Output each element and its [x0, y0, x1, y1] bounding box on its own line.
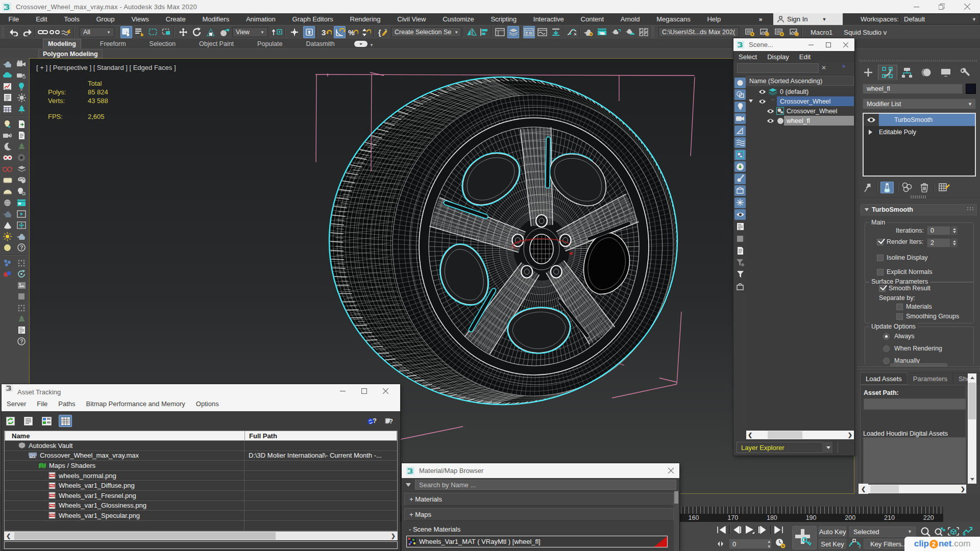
tab-motion[interactable]: [917, 65, 936, 80]
zoom-extents-icon[interactable]: [947, 527, 960, 538]
left-toolbar-chart-icon[interactable]: [2, 81, 13, 91]
h-scroll-thumb[interactable]: [870, 485, 899, 493]
align-icon[interactable]: [478, 26, 490, 38]
open-layer-explorer-icon[interactable]: [536, 26, 548, 38]
left-toolbar-redblue-icon[interactable]: [2, 269, 13, 279]
select-and-move-icon[interactable]: [177, 26, 189, 38]
auto-key-button[interactable]: Auto Key: [819, 527, 846, 537]
close-button[interactable]: [663, 465, 678, 476]
menu-bitmap-performance[interactable]: Bitmap Performance and Memory: [86, 400, 185, 408]
left-toolbar-dome-icon[interactable]: [2, 186, 13, 196]
remove-modifier-icon[interactable]: [920, 182, 929, 192]
unlink-selection-icon[interactable]: [48, 26, 60, 38]
layers-icon[interactable]: [507, 26, 519, 38]
left-toolbar-crossarr-icon[interactable]: [16, 220, 27, 230]
toolbar-grip[interactable]: [1, 27, 5, 38]
left-toolbar-sphere-icon[interactable]: [2, 197, 13, 208]
scene-explorer-overflow-chevron[interactable]: »: [842, 63, 845, 69]
percent-snap-icon[interactable]: %: [347, 26, 359, 38]
filter-waves-icon[interactable]: [734, 137, 746, 148]
modifier-eye-icon[interactable]: [864, 114, 879, 126]
filter-bulbw-icon[interactable]: [734, 102, 746, 112]
section-scene-materials[interactable]: - Scene Materials: [404, 523, 674, 535]
filter-circle-icon[interactable]: [734, 78, 746, 88]
select-and-link-icon[interactable]: [37, 26, 48, 38]
layer-explorer-dropdown-arrow[interactable]: [824, 442, 832, 453]
menu-file[interactable]: File: [0, 13, 28, 25]
menu-options[interactable]: Options: [196, 400, 219, 408]
panel-horizontal-scrollbar[interactable]: ❮ ❯: [860, 485, 966, 493]
minimize-button[interactable]: [802, 38, 820, 52]
filter-ruler-icon[interactable]: [734, 126, 746, 136]
render-production-icon[interactable]: [624, 26, 635, 38]
undo-icon[interactable]: [8, 26, 19, 38]
menu-rendering[interactable]: Rendering: [341, 13, 389, 25]
tab-display[interactable]: [936, 65, 955, 80]
explicit-normals-checkbox[interactable]: [877, 269, 884, 276]
toggle-scene-explorer-icon[interactable]: [523, 26, 535, 38]
v-scroll-thumb[interactable]: [968, 383, 976, 419]
left-toolbar-treedark-icon[interactable]: [16, 314, 27, 324]
select-and-manipulate-icon[interactable]: [303, 26, 315, 38]
asset-row-1[interactable]: MAXCrossover_Wheel_max_vray.maxD:\3D Mol…: [5, 451, 397, 461]
left-toolbar-pagearr-icon[interactable]: [16, 119, 27, 129]
material-wheels-var1-mat[interactable]: Wheels_Var1_MAT ( VRayMtl ) [wheel_fl]: [406, 536, 668, 547]
asset-row-7[interactable]: PNGWheels_var1_Specular.png: [5, 511, 397, 521]
left-toolbar-question-icon[interactable]: ?: [16, 336, 27, 346]
tree-row-wheel-fl[interactable]: wheel_fl: [746, 116, 854, 126]
asset-path-field[interactable]: [864, 398, 966, 410]
left-toolbar-palette-icon[interactable]: [16, 175, 27, 185]
curve-editor-icon[interactable]: [566, 26, 578, 38]
mirror-icon[interactable]: [465, 26, 477, 38]
material-editor-icon[interactable]: [582, 26, 594, 38]
scene-explorer-column-header[interactable]: Name (Sorted Ascending): [746, 76, 854, 86]
filter-sqgray-icon[interactable]: [734, 233, 746, 244]
search-by-name-field[interactable]: Search by Name ...: [415, 480, 676, 490]
maximize-button[interactable]: [353, 385, 375, 396]
ribbon-tab-selection[interactable]: Selection: [145, 39, 180, 48]
viewport-label[interactable]: [ + ] [ Perspective ] [ Standard ] [ Edg…: [36, 64, 176, 71]
menu-graph-editors[interactable]: Graph Editors: [284, 13, 341, 25]
play-button[interactable]: [744, 525, 755, 536]
stack-row-turbosmooth[interactable]: TurboSmooth: [864, 114, 975, 126]
show-end-result-toggle[interactable]: [880, 182, 894, 193]
ribbon-minimize-pill[interactable]: [354, 41, 368, 47]
configure-modifier-sets-icon[interactable]: [939, 182, 950, 192]
left-toolbar-cloud-icon[interactable]: [2, 70, 13, 80]
filter-boxteal-icon[interactable]: [734, 149, 746, 160]
material-browser-v-scrollbar[interactable]: [674, 490, 679, 551]
render-setup-icon[interactable]: [596, 26, 608, 38]
ribbon-tab-object-paint[interactable]: Object Paint: [194, 39, 238, 48]
tree-row-crossover-wheel-layer[interactable]: Crossover_Wheel: [746, 96, 854, 106]
tab-modify[interactable]: [878, 65, 897, 80]
list-view-icon[interactable]: [24, 417, 33, 425]
render-iters-checkbox[interactable]: [877, 239, 884, 245]
menu-animation[interactable]: Animation: [238, 13, 284, 25]
asset-row-6[interactable]: PNGWheels_var1_Glossiness.png: [5, 501, 397, 511]
material-browser-title-bar[interactable]: Material/Map Browser: [402, 463, 679, 478]
filter-shapes-icon[interactable]: [734, 89, 746, 100]
panel-grip[interactable]: [860, 60, 978, 62]
update-always-radio[interactable]: [883, 333, 890, 340]
rendered-frame-window-icon[interactable]: [610, 26, 622, 38]
render-iterative-icon[interactable]: [758, 26, 770, 38]
smooth-result-checkbox[interactable]: [879, 285, 886, 292]
asset-tracking-h-scrollbar[interactable]: ❮ ❯: [4, 532, 398, 540]
render-region-icon[interactable]: [773, 26, 785, 38]
scene-explorer-h-scrollbar[interactable]: ❮ ❯: [746, 431, 854, 439]
go-to-start-button[interactable]: [717, 526, 726, 535]
menu-arnold[interactable]: Arnold: [612, 13, 648, 25]
left-toolbar-pagebox-icon[interactable]: [16, 325, 27, 335]
use-selection-center-icon[interactable]: [271, 26, 283, 38]
window-crossing-icon[interactable]: [160, 26, 172, 38]
reference-coordinate-dropdown[interactable]: View▼: [232, 27, 268, 37]
left-toolbar-glasses-icon[interactable]: [2, 164, 13, 174]
pin-stack-icon[interactable]: [863, 182, 873, 193]
asset-row-4[interactable]: PNGWheels_var1_Diffuse.png: [5, 481, 397, 491]
object-color-swatch[interactable]: [966, 84, 976, 94]
left-toolbar-cone-icon[interactable]: [2, 220, 13, 230]
visibility-eye-icon[interactable]: [758, 89, 766, 94]
left-toolbar-moon-icon[interactable]: [2, 141, 13, 152]
menu-overflow-chevron[interactable]: »: [756, 16, 766, 23]
key-mode-toggle[interactable]: [848, 538, 862, 550]
